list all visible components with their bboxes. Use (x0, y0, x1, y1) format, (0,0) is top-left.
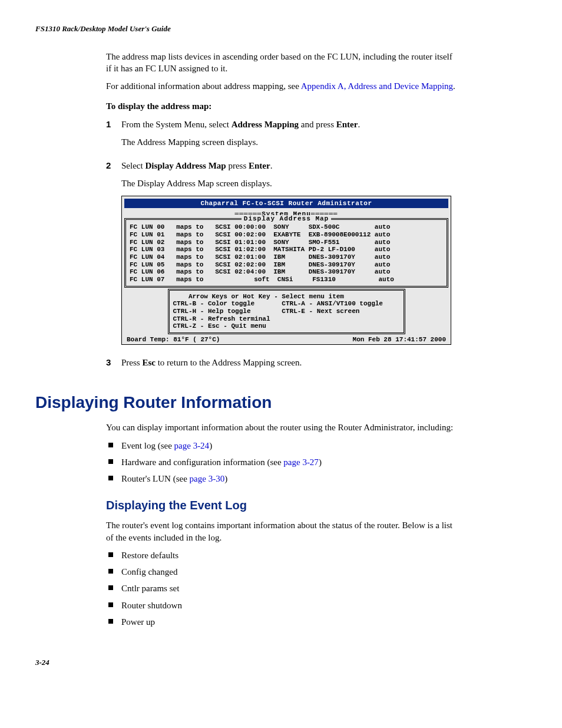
list-item: Event log (see page 3-24) (106, 440, 456, 452)
list-item: Config changed (106, 566, 456, 578)
page-link[interactable]: page 3-24 (174, 441, 210, 450)
paragraph: You can display important information ab… (106, 421, 456, 433)
step-number: 1 (106, 118, 121, 154)
ui-term: Enter (249, 161, 270, 170)
step-number: 3 (106, 357, 121, 374)
text: Select (121, 161, 145, 170)
list-item: Cntlr params set (106, 582, 456, 594)
step-text: Press Esc to return to the Address Mappi… (121, 357, 456, 368)
page-link[interactable]: page 3-27 (283, 457, 319, 467)
board-temp: Board Temp: 81°F ( 27°C) (127, 336, 220, 344)
text: . (453, 81, 455, 91)
step-result: The Display Address Map screen displays. (121, 177, 456, 189)
ui-term: Esc (142, 358, 156, 367)
subsection-heading: Displaying the Event Log (106, 498, 456, 513)
step-number: 2 (106, 160, 121, 351)
ui-term: Display Address Map (145, 161, 226, 170)
list-item: Router's LUN (see page 3-30) (106, 473, 456, 485)
text: ) (319, 457, 322, 467)
text: to return to the Address Mapping screen. (156, 358, 302, 367)
list-item: Restore defaults (106, 549, 456, 561)
address-map-row: FC LUN 01 maps to SCSI 00:02:00 EXABYTE … (130, 231, 443, 239)
section-body: You can display important information ab… (106, 421, 456, 628)
body-content: The address map lists devices in ascendi… (106, 51, 456, 375)
address-map-row: FC LUN 04 maps to SCSI 02:01:00 IBM DNES… (130, 253, 443, 261)
step-2: 2 Select Display Address Map press Enter… (106, 160, 456, 351)
page-link[interactable]: page 3-30 (190, 474, 225, 483)
text: press (226, 161, 249, 170)
text: and press (299, 120, 336, 129)
running-head: FS1310 Rack/Desktop Model User's Guide (35, 24, 456, 34)
address-map-row: FC LUN 05 maps to SCSI 02:02:00 IBM DNES… (130, 261, 443, 269)
link-appendix-a[interactable]: Appendix A, Address and Device Mapping (301, 81, 453, 91)
list-item: Power up (106, 616, 456, 628)
text: Press (121, 358, 142, 367)
terminal-title: Chaparral FC-to-SCSI Router Administrato… (124, 199, 448, 209)
page-number: 3-24 (35, 657, 456, 668)
terminal-body-title: Display Address Map (130, 215, 443, 223)
address-map-row: FC LUN 07 maps to soft CNSi FS1310 auto (130, 276, 443, 284)
text: Event log (see (121, 441, 174, 450)
paragraph: The address map lists devices in ascendi… (106, 51, 456, 75)
text: ) (224, 474, 227, 483)
address-map-row: FC LUN 06 maps to SCSI 02:04:00 IBM DNES… (130, 268, 443, 276)
bullet-list: Restore defaultsConfig changedCntlr para… (106, 549, 456, 628)
text: . (270, 161, 273, 170)
address-map-row: FC LUN 00 maps to SCSI 00:00:00 SONY SDX… (130, 223, 443, 231)
step-text: From the System Menu, select Address Map… (121, 118, 456, 130)
step-result: The Address Mapping screen displays. (121, 136, 456, 148)
text: Hardware and configuration information (… (121, 457, 283, 467)
ui-term: Address Mapping (232, 120, 299, 129)
text: ) (209, 441, 212, 450)
terminal-status-bar: Board Temp: 81°F ( 27°C) Mon Feb 28 17:4… (124, 335, 448, 344)
step-text: Select Display Address Map press Enter. (121, 160, 456, 172)
text: . (358, 120, 360, 129)
text: From the System Menu, select (121, 120, 232, 129)
paragraph: The router's event log contains importan… (106, 519, 456, 543)
terminal-body: Display Address Map FC LUN 00 maps to SC… (124, 218, 448, 288)
bullet-list: Event log (see page 3-24)Hardware and co… (106, 440, 456, 485)
terminal-help: Arrow Keys or Hot Key - Select menu item… (168, 289, 405, 334)
step-1: 1 From the System Menu, select Address M… (106, 118, 456, 154)
section-heading: Displaying Router Information (35, 391, 456, 414)
address-map-row: FC LUN 02 maps to SCSI 01:01:00 SONY SMO… (130, 239, 443, 246)
terminal-datetime: Mon Feb 28 17:41:57 2000 (353, 336, 446, 344)
paragraph: For additional information about address… (106, 80, 456, 92)
list-item: Router shutdown (106, 599, 456, 611)
text: Router's LUN (see (121, 474, 190, 483)
address-map-row: FC LUN 03 maps to SCSI 01:02:00 MATSHITA… (130, 246, 443, 253)
step-3: 3 Press Esc to return to the Address Map… (106, 357, 456, 374)
text: For additional information about address… (106, 81, 301, 91)
procedure-heading: To display the address map: (106, 100, 456, 112)
terminal-screenshot: Chaparral FC-to-SCSI Router Administrato… (121, 196, 456, 345)
list-item: Hardware and configuration information (… (106, 456, 456, 468)
ui-term: Enter (336, 120, 358, 129)
